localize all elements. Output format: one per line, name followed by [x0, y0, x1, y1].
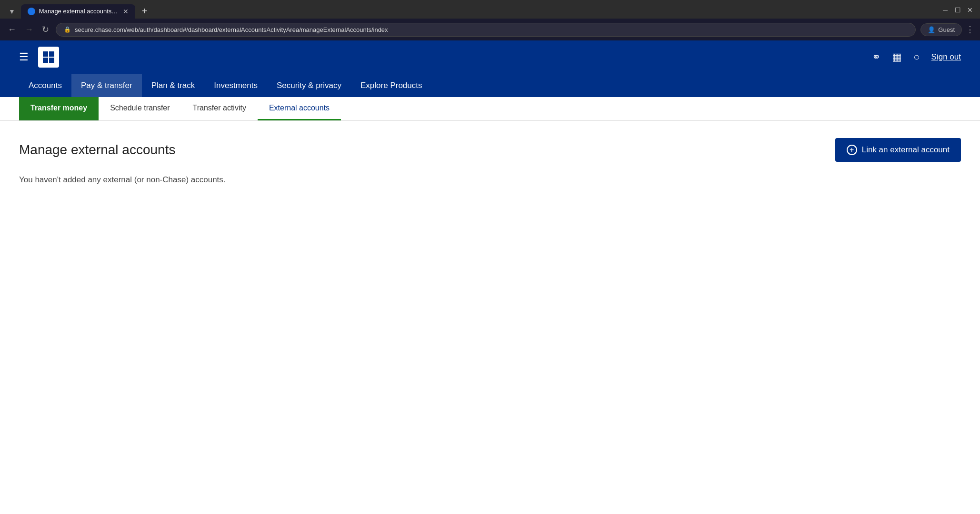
tab-prev-button[interactable]: ▼ — [5, 5, 19, 18]
chase-logo[interactable] — [38, 47, 59, 68]
window-controls: ─ ☐ ✕ — [941, 6, 974, 14]
header-right: ⚭ ▦ ○ Sign out — [872, 51, 961, 63]
main-nav: Accounts Pay & transfer Plan & track Inv… — [0, 74, 980, 97]
nav-item-pay-transfer[interactable]: Pay & transfer — [71, 74, 142, 97]
sub-nav-item-schedule-transfer[interactable]: Schedule transfer — [99, 97, 181, 120]
user-icon: 👤 — [928, 26, 935, 33]
user-label: Guest — [938, 26, 955, 33]
browser-tab-active[interactable]: Manage external accounts - ch ✕ — [21, 4, 135, 19]
main-content: Manage external accounts + Link an exter… — [0, 121, 980, 406]
header-left: ☰ — [19, 47, 59, 68]
page-header: Manage external accounts + Link an exter… — [19, 138, 961, 162]
page-title: Manage external accounts — [19, 142, 175, 158]
nav-item-explore-products[interactable]: Explore Products — [351, 74, 431, 97]
forward-button[interactable]: → — [23, 23, 35, 37]
maximize-button[interactable]: ☐ — [953, 6, 962, 14]
search-icon[interactable]: ⚭ — [872, 51, 880, 63]
nav-item-accounts[interactable]: Accounts — [19, 74, 71, 97]
link-account-label: Link an external account — [862, 145, 950, 155]
new-tab-button[interactable]: + — [137, 4, 152, 19]
sub-nav-item-external-accounts[interactable]: External accounts — [258, 97, 341, 120]
toolbar-right: 👤 Guest ⋮ — [920, 23, 974, 36]
refresh-button[interactable]: ↻ — [40, 22, 51, 37]
account-icon[interactable]: ○ — [913, 51, 920, 63]
hamburger-menu[interactable]: ☰ — [19, 51, 29, 63]
address-bar[interactable]: 🔒 secure.chase.com/web/auth/dashboard#/d… — [56, 23, 916, 37]
sign-out-button[interactable]: Sign out — [931, 52, 961, 62]
nav-item-plan-track[interactable]: Plan & track — [142, 74, 205, 97]
minimize-button[interactable]: ─ — [941, 6, 950, 14]
sub-nav: Transfer money Schedule transfer Transfe… — [0, 97, 980, 121]
plus-circle-icon: + — [847, 145, 857, 155]
url-text: secure.chase.com/web/auth/dashboard#/das… — [75, 26, 388, 33]
browser-menu-button[interactable]: ⋮ — [966, 24, 974, 35]
back-button[interactable]: ← — [6, 23, 18, 37]
browser-toolbar: ← → ↻ 🔒 secure.chase.com/web/auth/dashbo… — [0, 19, 980, 40]
close-button[interactable]: ✕ — [966, 6, 974, 14]
tab-close-button[interactable]: ✕ — [123, 8, 129, 15]
tab-favicon — [28, 8, 35, 15]
empty-state-message: You haven't added any external (or non-C… — [19, 175, 961, 185]
sub-nav-item-transfer-money[interactable]: Transfer money — [19, 97, 99, 120]
tab-title: Manage external accounts - ch — [39, 8, 119, 15]
notifications-icon[interactable]: ▦ — [892, 51, 902, 63]
user-account-button[interactable]: 👤 Guest — [920, 23, 962, 36]
lock-icon: 🔒 — [64, 26, 71, 33]
nav-item-security-privacy[interactable]: Security & privacy — [267, 74, 351, 97]
sub-nav-item-transfer-activity[interactable]: Transfer activity — [181, 97, 258, 120]
link-external-account-button[interactable]: + Link an external account — [835, 138, 961, 162]
chase-header: ☰ ⚭ ▦ ○ Sign out — [0, 40, 980, 74]
nav-item-investments[interactable]: Investments — [204, 74, 267, 97]
